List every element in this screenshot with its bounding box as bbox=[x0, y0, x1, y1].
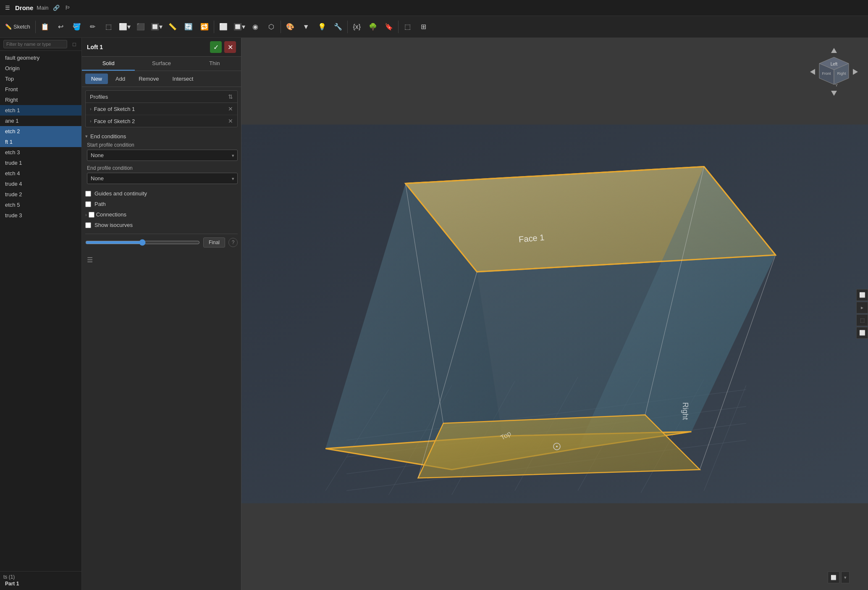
sidebar-item-extrude4[interactable]: trude 4 bbox=[0, 179, 81, 189]
extra-button-2[interactable]: ⊞ bbox=[416, 19, 431, 34]
end-profile-select[interactable]: None Normal to profile Tangent to face bbox=[87, 173, 238, 184]
help-button[interactable]: ? bbox=[228, 238, 238, 247]
sidebar-item-sketch3[interactable]: etch 3 bbox=[0, 147, 81, 158]
isocurves-checkbox[interactable] bbox=[85, 222, 91, 228]
sidebar-item-sketch1[interactable]: etch 1 bbox=[0, 105, 81, 116]
sidebar-item-sketch2[interactable]: etch 2 bbox=[0, 126, 81, 137]
guides-checkbox[interactable] bbox=[85, 191, 91, 197]
op-tab-intersect[interactable]: Intersect bbox=[167, 74, 199, 84]
edge-btn-2[interactable]: ▸ bbox=[856, 302, 868, 313]
sidebar-item-extrude3[interactable]: trude 3 bbox=[0, 210, 81, 221]
flag-icon[interactable]: 🏳 bbox=[64, 4, 72, 12]
undo-button[interactable]: ↩ bbox=[53, 19, 68, 34]
view-controls: ⬜ ▾ bbox=[828, 572, 850, 583]
app-title: Drone bbox=[15, 4, 33, 11]
hamburger-icon[interactable]: ☰ bbox=[3, 4, 12, 12]
part-name[interactable]: Part 1 bbox=[3, 580, 78, 587]
search-input[interactable] bbox=[3, 40, 67, 48]
sidebar-item-extrude1[interactable]: trude 1 bbox=[0, 158, 81, 168]
fill-button[interactable]: 🪣 bbox=[69, 19, 84, 34]
view-button-2[interactable]: ◉ bbox=[248, 19, 263, 34]
connections-row[interactable]: › Connections bbox=[85, 209, 238, 220]
bookmark-button[interactable]: 🔖 bbox=[381, 19, 396, 34]
viewport[interactable]: Face 1 Right Top bbox=[241, 38, 868, 590]
extra-button-1[interactable]: ⬚ bbox=[400, 19, 415, 34]
nav-cube[interactable]: Left Front Right Y bbox=[807, 45, 861, 99]
svg-text:Right: Right bbox=[681, 402, 690, 420]
tab-thin[interactable]: Thin bbox=[188, 57, 241, 71]
end-profile-label: End profile condition bbox=[87, 165, 238, 171]
loft-type-tabs: Solid Surface Thin bbox=[82, 57, 241, 71]
view-button-3[interactable]: ⬡ bbox=[264, 19, 279, 34]
isocurves-label: Show isocurves bbox=[94, 222, 133, 228]
profile-remove-sketch1[interactable]: ✕ bbox=[228, 105, 233, 112]
snap-button[interactable]: 🔧 bbox=[330, 19, 346, 34]
loft-body: Profiles ⇅ › Face of Sketch 1 ✕ › Face o… bbox=[82, 87, 241, 590]
rotate-button[interactable]: 🔄 bbox=[181, 19, 196, 34]
start-profile-label: Start profile condition bbox=[87, 142, 238, 148]
sketch-button[interactable]: ✏️ Sketch bbox=[2, 22, 34, 32]
render-button[interactable]: 🎨 bbox=[283, 19, 298, 34]
connections-checkbox[interactable] bbox=[89, 212, 94, 218]
view-cube-button[interactable]: ⬜ bbox=[828, 572, 839, 583]
formula-button[interactable]: {x} bbox=[349, 19, 365, 34]
sidebar-item-plane1[interactable]: ane 1 bbox=[0, 116, 81, 126]
path-row[interactable]: Path bbox=[85, 199, 238, 209]
sidebar-item-sketch4[interactable]: etch 4 bbox=[0, 168, 81, 179]
sidebar-item-front[interactable]: Front bbox=[0, 84, 81, 95]
sidebar-item-origin[interactable]: Origin bbox=[0, 63, 81, 74]
list-icon: ☰ bbox=[87, 256, 93, 264]
sketch-icon: ✏️ bbox=[5, 24, 12, 30]
view-dropdown-arrow[interactable]: ▾ bbox=[841, 572, 850, 583]
sidebar-item-top[interactable]: Top bbox=[0, 74, 81, 84]
layer-button[interactable]: ⬛ bbox=[133, 19, 148, 34]
final-button[interactable]: Final bbox=[203, 237, 225, 248]
shape-dropdown[interactable]: ⬜▾ bbox=[117, 19, 132, 34]
sidebar-header: □ ⏸ ⏱ bbox=[0, 38, 81, 51]
tree-button[interactable]: 🌳 bbox=[365, 19, 380, 34]
tab-surface[interactable]: Surface bbox=[135, 57, 188, 71]
link-icon[interactable]: 🔗 bbox=[52, 4, 60, 12]
copy-button[interactable]: 📋 bbox=[37, 19, 52, 34]
flip-button[interactable]: 🔁 bbox=[197, 19, 212, 34]
sidebar-item-right[interactable]: Right bbox=[0, 95, 81, 105]
measure-button[interactable]: 📏 bbox=[165, 19, 180, 34]
tab-solid[interactable]: Solid bbox=[82, 57, 135, 71]
loft-op-tabs: New Add Remove Intersect bbox=[82, 71, 241, 87]
profiles-sort-button[interactable]: ⇅ bbox=[228, 93, 233, 100]
quality-slider[interactable] bbox=[85, 239, 200, 246]
loft-cancel-button[interactable]: ✕ bbox=[224, 41, 236, 53]
guides-continuity-row[interactable]: Guides and continuity bbox=[85, 188, 238, 199]
shapes-dropdown[interactable]: 🔲▾ bbox=[149, 19, 164, 34]
view-dropdown[interactable]: 🔲▾ bbox=[232, 19, 247, 34]
sidebar-item-sketch5[interactable]: etch 5 bbox=[0, 200, 81, 210]
light-button[interactable]: 💡 bbox=[315, 19, 330, 34]
profile-remove-sketch2[interactable]: ✕ bbox=[228, 118, 233, 124]
sidebar-item-extrude2[interactable]: trude 2 bbox=[0, 189, 81, 200]
sidebar-item-fault-geometry[interactable]: fault geometry bbox=[0, 53, 81, 63]
list-button[interactable]: ☰ bbox=[85, 254, 94, 266]
edge-btn-3[interactable]: ⬚ bbox=[856, 314, 868, 326]
slider-row: Final ? bbox=[85, 234, 238, 251]
start-profile-select[interactable]: None Normal to profile Tangent to face bbox=[87, 150, 238, 161]
edge-btn-1[interactable]: ⬜ bbox=[856, 289, 868, 301]
box-button[interactable]: ⬚ bbox=[101, 19, 116, 34]
op-tab-remove[interactable]: Remove bbox=[133, 74, 165, 84]
op-tab-new[interactable]: New bbox=[85, 74, 108, 84]
edit-button[interactable]: ✏ bbox=[85, 19, 100, 34]
toolbar-separator-4 bbox=[347, 21, 348, 33]
path-checkbox[interactable] bbox=[85, 201, 91, 207]
view-toggle-button[interactable]: □ bbox=[70, 40, 79, 49]
profiles-section: Profiles ⇅ › Face of Sketch 1 ✕ › Face o… bbox=[85, 90, 238, 127]
op-tab-add[interactable]: Add bbox=[110, 74, 131, 84]
sidebar-item-loft1[interactable]: ft 1 bbox=[0, 137, 81, 147]
edge-btn-4[interactable]: ⬜ bbox=[856, 327, 868, 339]
profile-item-sketch2[interactable]: › Face of Sketch 2 ✕ bbox=[86, 115, 237, 127]
show-isocurves-row[interactable]: Show isocurves bbox=[85, 220, 238, 230]
end-conditions-header[interactable]: ▾ End conditions bbox=[85, 131, 238, 142]
view-button-1[interactable]: ⬜ bbox=[216, 19, 231, 34]
profile-item-sketch1[interactable]: › Face of Sketch 1 ✕ bbox=[86, 103, 237, 115]
material-dropdown[interactable]: ▼ bbox=[299, 19, 314, 34]
start-profile-group: Start profile condition None Normal to p… bbox=[85, 142, 238, 161]
loft-confirm-button[interactable]: ✓ bbox=[210, 41, 222, 53]
